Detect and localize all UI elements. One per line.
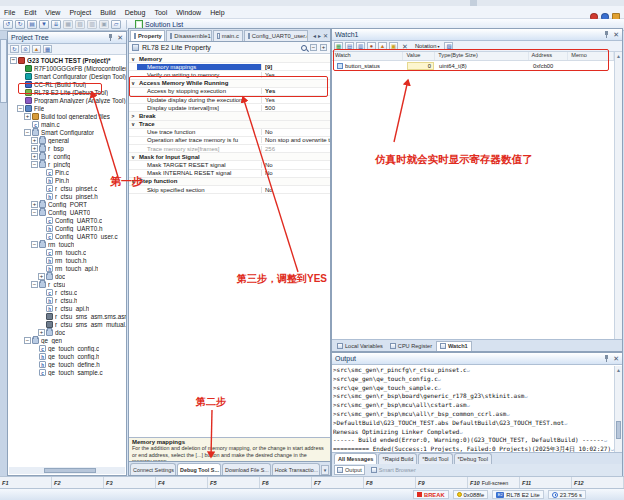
tree-expander-icon[interactable]: + — [31, 145, 38, 152]
section-arrow-icon[interactable]: ∨ — [129, 154, 137, 160]
bottom-tab-download-file-s-[interactable]: Download File S... — [222, 463, 271, 475]
tree-item[interactable]: hqe_touch_define.h — [8, 360, 126, 368]
tree-user-icon[interactable]: ▲ — [32, 45, 41, 53]
tree-item[interactable]: hr_ctsu.h — [8, 296, 126, 304]
fkey-f7[interactable]: F7 — [312, 477, 364, 488]
tree-item[interactable]: +general — [8, 136, 126, 144]
expand-all-button[interactable]: + — [320, 44, 327, 51]
property-section-step-function[interactable]: ∨Step function — [129, 178, 330, 186]
section-arrow-icon[interactable]: ∨ — [129, 121, 137, 127]
tree-item[interactable]: cConfig_UART0.c — [8, 216, 126, 224]
tree-item[interactable]: r_ctsu_sms_asm_mutual.s... — [8, 320, 126, 328]
watch-add-icon[interactable]: ▦ — [334, 42, 343, 50]
property-section-access-memory-while-running[interactable]: ∨Access Memory While Running — [129, 80, 330, 88]
search-icon[interactable] — [301, 45, 307, 51]
menu-item-window[interactable]: Window — [176, 9, 201, 16]
tree-expander-icon[interactable]: + — [31, 137, 38, 144]
pin-icon[interactable] — [604, 355, 609, 362]
close-icon[interactable]: ✕ — [613, 355, 619, 362]
property-row-access-by-stopping-execution[interactable]: Access by stopping executionYes — [129, 88, 330, 96]
bottom-tab-debug-tool-s-[interactable]: Debug Tool S... — [177, 463, 221, 475]
tree-item[interactable]: −G23 TOUCH TEST (Project)* — [8, 56, 126, 64]
property-row-update-display-during-the-execution[interactable]: Update display during the executionYes — [129, 96, 330, 104]
tree-item[interactable]: crm_touch.c — [8, 248, 126, 256]
watch-register-icon[interactable]: ▤ — [345, 42, 354, 50]
property-value[interactable]: Non stop and overwrite to trace memory — [261, 137, 330, 143]
tree-item[interactable]: −File — [8, 104, 126, 112]
property-section-break[interactable]: >Break — [129, 112, 330, 120]
tree-item[interactable]: −rm_touch — [8, 240, 126, 248]
tab-scroll-right-icon[interactable]: ▸ — [318, 32, 321, 39]
panel-tab-cpu-register[interactable]: CPU Register — [387, 341, 435, 351]
property-row-operation-after-trace-memory-is-fu[interactable]: Operation after trace memory is fuNon st… — [129, 137, 330, 145]
output-tab-*debug-tool[interactable]: *Debug Tool — [454, 453, 492, 464]
bottom-tab-connect-settings[interactable]: Connect Settings — [130, 463, 176, 475]
property-value[interactable]: 256 — [261, 146, 330, 152]
tree-expander-icon[interactable]: + — [31, 201, 38, 208]
tree-item[interactable]: r_ctsu_sms_asm.sms.asm — [8, 312, 126, 320]
property-value[interactable]: Yes — [261, 88, 330, 94]
window-icon[interactable]: ▦ — [63, 20, 73, 29]
tree-expander-icon[interactable]: − — [31, 209, 38, 216]
watch-col-value[interactable]: Value — [403, 52, 435, 60]
tree-item[interactable]: −qe_gen — [8, 336, 126, 344]
menu-item-project[interactable]: Project — [69, 9, 91, 16]
fkey-f11[interactable]: F11 — [520, 477, 572, 488]
tree-item[interactable]: −r_ctsu — [8, 280, 126, 288]
tree-item[interactable]: +doc — [8, 328, 126, 336]
property-section-trace[interactable]: ∨Trace — [129, 121, 330, 129]
tree-item[interactable]: Program Analyzer (Analyze Tool) — [8, 96, 126, 104]
window-tile-icon[interactable]: ▥ — [87, 20, 97, 29]
start-icon[interactable]: ▱ — [111, 20, 121, 29]
close-icon[interactable]: ✕ — [613, 31, 619, 38]
tree-expander-icon[interactable]: − — [31, 241, 38, 248]
tree-item[interactable]: hConfig_UART0.h — [8, 224, 126, 232]
save-project-icon[interactable]: ▼ — [39, 20, 49, 29]
subtab-output[interactable]: Output — [334, 465, 365, 475]
property-value[interactable]: No — [261, 162, 330, 168]
property-row-memory-mappings[interactable]: Memory mappings[9] — [129, 63, 330, 71]
fkey-f6[interactable]: F6 — [260, 477, 312, 488]
tree-item[interactable]: cr_ctsu.c — [8, 288, 126, 296]
watch-col-type-byte-size-[interactable]: Type(Byte Size) — [435, 52, 528, 60]
tree-item[interactable]: hr_ctsu_api.h — [8, 304, 126, 312]
tree-item[interactable]: Smart Configurator (Design Tool) — [8, 72, 126, 80]
menu-item-help[interactable]: Help — [210, 9, 224, 16]
tree-view-icon[interactable]: ▦ — [43, 45, 52, 53]
tab-scroll-left-icon[interactable]: ◂ — [313, 32, 316, 39]
fkey-f3[interactable]: F3 — [104, 477, 156, 488]
property-value[interactable]: No — [261, 129, 330, 135]
notation-button[interactable]: Notation ▾ — [412, 42, 443, 51]
property-row-mask-internal-reset-signal[interactable]: Mask INTERNAL RESET signalNo — [129, 170, 330, 178]
window-split-icon[interactable]: ▣ — [99, 20, 109, 29]
watch-vscrollbar[interactable]: ▲ — [614, 52, 622, 339]
tree-item[interactable]: +r_config — [8, 152, 126, 160]
tree-refresh-icon[interactable]: ↻ — [10, 45, 19, 53]
tree-expander-icon[interactable]: − — [24, 337, 31, 344]
property-value[interactable]: [9] — [261, 64, 330, 70]
property-value[interactable]: Yes — [261, 97, 330, 103]
tree-item[interactable]: cqe_touch_config.c — [8, 344, 126, 352]
tree-expander-icon[interactable]: − — [17, 105, 24, 112]
watch-row[interactable]: button_status0uint64_t(8)0xfcb00 — [332, 61, 614, 71]
tree-expander-icon[interactable]: − — [31, 281, 38, 288]
property-row-skip-specified-section[interactable]: Skip specified sectionNo — [129, 186, 330, 194]
output-tab-all-messages[interactable]: All Messages — [334, 453, 377, 464]
tab-property[interactable]: Property — [130, 30, 165, 41]
tree-item[interactable]: R7F100GGGxFB (Microcontroller) — [8, 64, 126, 72]
fkey-f8[interactable]: F8 — [364, 477, 416, 488]
section-arrow-icon[interactable]: ∨ — [129, 80, 137, 86]
menu-item-debug[interactable]: Debug — [125, 9, 146, 16]
tree-item[interactable]: hrm_touch_api.h — [8, 264, 126, 272]
output-log[interactable]: >src\smc_gen\r_pincfg\r_ctsu_pinset.c↵>s… — [333, 366, 614, 452]
fkey-f12[interactable]: F12 — [572, 477, 624, 488]
watch-col-watch[interactable]: Watch — [332, 52, 403, 60]
tree-item[interactable]: −Config_UART0 — [8, 208, 126, 216]
watch-record-icon[interactable]: ● — [367, 42, 376, 50]
property-row-mask-target-reset-signal[interactable]: Mask TARGET RESET signalNo — [129, 161, 330, 169]
tree-item[interactable]: cr_ctsu_pinset.c — [8, 184, 126, 192]
smart-manual-side-tab[interactable]: Smart Manual — [0, 39, 7, 103]
pin-icon[interactable] — [604, 31, 609, 38]
tab-main-c[interactable]: main.c — [213, 30, 242, 41]
menu-item-build[interactable]: Build — [100, 9, 116, 16]
